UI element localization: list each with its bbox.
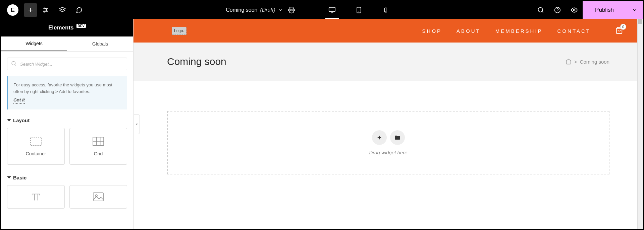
page-settings-button[interactable] [37,1,54,19]
add-section-button[interactable] [372,130,387,145]
responsive-switcher [324,1,394,19]
publish-options-button[interactable] [626,1,643,19]
chat-icon [76,7,83,13]
folder-icon [394,135,400,141]
panel-body: For easy access, favorite the widgets yo… [1,52,133,229]
finder-button[interactable] [532,1,549,19]
svg-point-5 [46,9,47,10]
svg-point-3 [44,8,45,9]
widget-search-input[interactable] [7,58,127,70]
elementor-logo[interactable]: E [7,4,18,16]
device-mobile[interactable] [377,1,394,19]
publish-label: Publish [595,7,614,13]
svg-rect-10 [329,7,335,12]
nav-link-contact[interactable]: CONTACT [557,28,591,34]
document-status: (Draft) [260,7,275,13]
document-settings-button[interactable] [288,1,295,19]
search-icon [537,7,544,13]
svg-line-23 [15,65,16,66]
chevron-left-icon [135,123,139,126]
topbar-center-group: Coming soon (Draft) [88,1,532,19]
breadcrumb-separator: > [574,59,577,65]
caret-down-icon [7,175,11,179]
svg-marker-24 [7,119,11,121]
editor-topbar: E Coming soon (Draft) [1,1,643,19]
site-logo-placeholder[interactable]: Logo. [172,27,186,35]
page-title: Coming soon [167,56,226,67]
nav-link-about[interactable]: ABOUT [457,28,481,34]
basic-widgets [7,185,127,209]
widget-image[interactable] [69,185,127,209]
canvas-scrollbar[interactable] [637,19,643,229]
widget-container[interactable]: Container [7,128,65,165]
image-icon [93,192,104,202]
chevron-down-icon [632,7,637,13]
site-nav: SHOP ABOUT MEMBERSHIP CONTACT 0 [422,26,623,35]
breadcrumb: > Coming soon [566,59,609,65]
nav-link-membership[interactable]: MEMBERSHIP [495,28,543,34]
widget-heading[interactable] [7,185,65,209]
structure-button[interactable] [54,1,71,19]
empty-dropzone[interactable]: Drag widget here [167,111,609,174]
container-icon [30,136,42,146]
svg-point-9 [290,9,292,11]
widget-grid[interactable]: Grid [69,128,127,165]
favorites-tip: For easy access, favorite the widgets yo… [7,76,127,109]
svg-rect-13 [357,7,361,13]
chevron-down-icon [278,8,283,12]
svg-point-17 [538,8,543,12]
section-layout-toggle[interactable]: Layout [7,118,127,123]
plus-icon [27,7,34,13]
section-basic-label: Basic [13,175,26,180]
tab-globals[interactable]: Globals [67,36,133,51]
panel-header: Elements DEV [1,19,133,36]
panel-title: Elements [48,24,74,31]
cart-count-badge: 0 [620,24,626,30]
svg-line-18 [542,11,543,13]
cart-button[interactable]: 0 [615,26,623,35]
panel-collapse-handle[interactable] [134,114,140,134]
tab-widgets[interactable]: Widgets [1,36,67,51]
grid-icon [93,136,104,146]
breadcrumb-current: Coming soon [580,59,609,65]
svg-marker-30 [7,176,11,178]
publish-button[interactable]: Publish [583,1,626,19]
document-name: Coming soon [226,7,257,13]
add-template-button[interactable] [390,130,405,145]
add-element-button[interactable] [24,3,37,17]
elements-panel: Elements DEV Widgets Globals For easy ac… [1,19,133,229]
nav-link-shop[interactable]: SHOP [422,28,442,34]
home-icon[interactable] [566,59,572,65]
widget-search-wrap [7,58,127,70]
layers-icon [59,7,66,13]
widget-container-label: Container [26,151,46,156]
device-tablet[interactable] [351,1,367,19]
page-title-bar: Coming soon > Coming soon [133,43,643,81]
search-icon [11,61,16,67]
svg-point-22 [12,62,15,65]
tip-text: For easy access, favorite the widgets yo… [13,82,112,94]
section-basic-toggle[interactable]: Basic [7,175,127,180]
help-button[interactable] [549,1,566,19]
site-header: Logo. SHOP ABOUT MEMBERSHIP CONTACT 0 [133,19,643,43]
canvas-body: Drag widget here [133,81,643,229]
preview-canvas: Logo. SHOP ABOUT MEMBERSHIP CONTACT 0 Co… [133,19,643,229]
main-area: Elements DEV Widgets Globals For easy ac… [1,19,643,229]
notes-button[interactable] [71,1,88,19]
text-icon [30,192,42,202]
preview-button[interactable] [566,1,583,19]
sliders-icon [42,7,49,13]
widget-grid-label: Grid [94,151,103,156]
dev-badge: DEV [76,24,86,28]
tip-gotit-button[interactable]: Got It [13,97,25,104]
device-desktop[interactable] [324,1,340,19]
document-title[interactable]: Coming soon (Draft) [226,7,283,13]
dropzone-buttons [372,130,405,145]
svg-point-7 [44,11,45,12]
tablet-icon [356,6,362,14]
caret-down-icon [7,118,11,122]
dropzone-hint: Drag widget here [369,150,407,155]
svg-point-21 [574,9,575,11]
layout-widgets: Container Grid [7,128,127,165]
topbar-left-group: E [1,1,88,19]
